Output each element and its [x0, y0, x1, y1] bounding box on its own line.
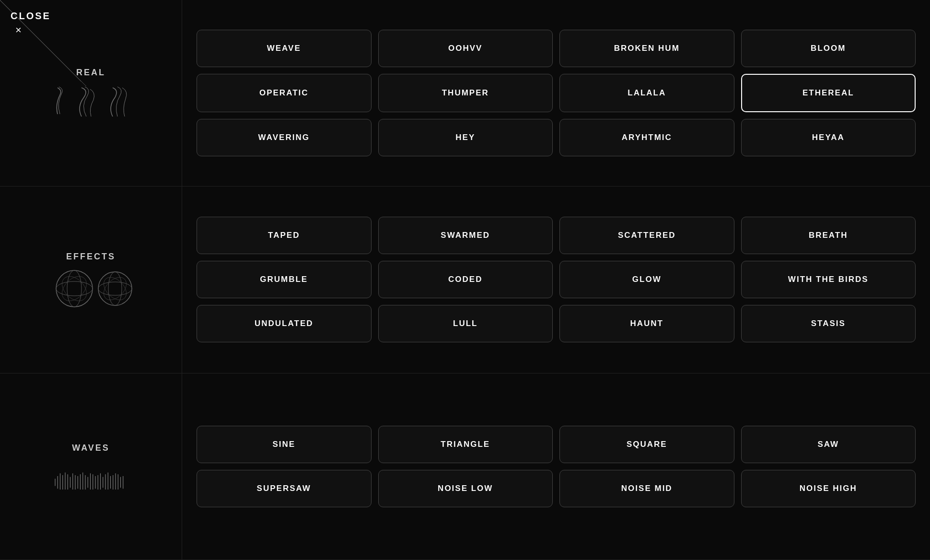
real-visual-svg	[43, 85, 139, 119]
preset-btn-stasis[interactable]: STASIS	[741, 305, 916, 342]
svg-point-6	[98, 272, 132, 305]
section-label-effects: EFFECTS	[66, 252, 116, 262]
preset-btn-undulated[interactable]: UNDULATED	[197, 305, 372, 342]
visual-effects	[43, 269, 139, 308]
button-row-effects-2: UNDULATEDLULLHAUNTSTASIS	[197, 305, 916, 342]
button-row-real-0: WEAVEOOHVVBROKEN HUMBLOOM	[197, 30, 916, 67]
preset-btn-breath[interactable]: BREATH	[741, 217, 916, 254]
preset-btn-noise-low[interactable]: NOISE LOW	[378, 470, 553, 507]
preset-btn-operatic[interactable]: OPERATIC	[197, 74, 372, 112]
button-row-waves-0: SINETRIANGLESQUARESAW	[197, 426, 916, 463]
svg-point-7	[98, 282, 132, 295]
svg-point-5	[57, 272, 91, 306]
preset-btn-grumble[interactable]: GRUMBLE	[197, 261, 372, 298]
preset-btn-weave[interactable]: WEAVE	[197, 30, 372, 67]
preset-btn-heyaa[interactable]: HEYAA	[741, 119, 916, 156]
preset-btn-square[interactable]: SQUARE	[559, 426, 734, 463]
preset-btn-coded[interactable]: CODED	[378, 261, 553, 298]
svg-point-4	[57, 272, 91, 306]
visual-waves	[43, 461, 139, 490]
preset-btn-haunt[interactable]: HAUNT	[559, 305, 734, 342]
preset-btn-triangle[interactable]: TRIANGLE	[378, 426, 553, 463]
preset-btn-with-the-birds[interactable]: WITH THE BIRDS	[741, 261, 916, 298]
section-waves: WAVES SINETRIANGLESQUARESAWSUPERSAWNOISE…	[0, 373, 930, 560]
content-waves: SINETRIANGLESQUARESAWSUPERSAWNOISE LOWNO…	[182, 416, 930, 517]
preset-btn-hey[interactable]: HEY	[378, 119, 553, 156]
visual-real	[43, 85, 139, 119]
sidebar-real: REAL	[0, 0, 182, 186]
preset-btn-ethereal[interactable]: ETHEREAL	[741, 74, 916, 112]
effects-visual-svg	[43, 269, 139, 308]
button-row-effects-1: GRUMBLECODEDGLOWWITH THE BIRDS	[197, 261, 916, 298]
preset-btn-wavering[interactable]: WAVERING	[197, 119, 372, 156]
svg-point-8	[108, 272, 122, 305]
preset-btn-bloom[interactable]: BLOOM	[741, 30, 916, 67]
svg-point-10	[99, 273, 130, 304]
sidebar-waves: WAVES	[0, 373, 182, 560]
button-row-waves-1: SUPERSAWNOISE LOWNOISE MIDNOISE HIGH	[197, 470, 916, 507]
section-label-real: REAL	[76, 68, 105, 78]
preset-btn-noise-high[interactable]: NOISE HIGH	[741, 470, 916, 507]
svg-point-1	[56, 270, 93, 307]
section-effects: EFFECTS TAPEDSWARMEDSCATTERE	[0, 187, 930, 373]
button-row-real-2: WAVERINGHEYARYHTMICHEYAA	[197, 119, 916, 156]
preset-btn-sine[interactable]: SINE	[197, 426, 372, 463]
section-real: REAL WEAVEOOHVVBROKEN HUMBLOOMOPERATICT	[0, 0, 930, 187]
svg-point-2	[56, 281, 93, 296]
button-row-effects-0: TAPEDSWARMEDSCATTEREDBREATH	[197, 217, 916, 254]
preset-btn-glow[interactable]: GLOW	[559, 261, 734, 298]
button-row-real-1: OPERATICTHUMPERLALALAETHEREAL	[197, 74, 916, 112]
preset-btn-broken-hum[interactable]: BROKEN HUM	[559, 30, 734, 67]
preset-btn-lull[interactable]: LULL	[378, 305, 553, 342]
main-layout: REAL WEAVEOOHVVBROKEN HUMBLOOMOPERATICT	[0, 0, 930, 560]
preset-btn-scattered[interactable]: SCATTERED	[559, 217, 734, 254]
preset-btn-saw[interactable]: SAW	[741, 426, 916, 463]
preset-btn-taped[interactable]: TAPED	[197, 217, 372, 254]
waves-visual-svg	[43, 461, 139, 490]
preset-btn-noise-mid[interactable]: NOISE MID	[559, 470, 734, 507]
content-real: WEAVEOOHVVBROKEN HUMBLOOMOPERATICTHUMPER…	[182, 20, 930, 166]
preset-btn-aryhtmic[interactable]: ARYHTMIC	[559, 119, 734, 156]
preset-btn-thumper[interactable]: THUMPER	[378, 74, 553, 112]
sidebar-effects: EFFECTS	[0, 187, 182, 373]
preset-btn-lalala[interactable]: LALALA	[559, 74, 734, 112]
section-label-waves: WAVES	[72, 443, 110, 453]
preset-btn-supersaw[interactable]: SUPERSAW	[197, 470, 372, 507]
svg-point-9	[99, 273, 130, 304]
preset-btn-swarmed[interactable]: SWARMED	[378, 217, 553, 254]
content-effects: TAPEDSWARMEDSCATTEREDBREATHGRUMBLECODEDG…	[182, 207, 930, 352]
svg-point-3	[67, 270, 81, 307]
preset-btn-oohvv[interactable]: OOHVV	[378, 30, 553, 67]
